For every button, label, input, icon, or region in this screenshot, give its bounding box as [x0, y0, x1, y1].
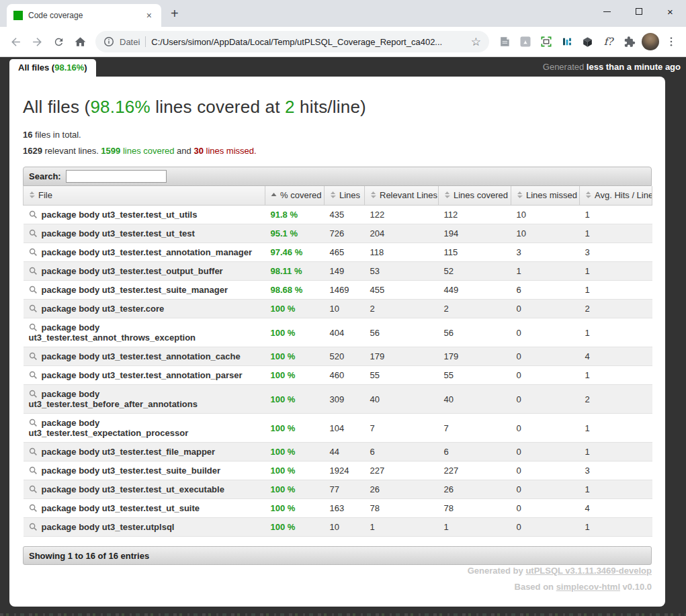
lines-value: 1469	[330, 285, 349, 295]
relevant-value: 78	[370, 503, 380, 513]
url-text[interactable]: C:/Users/simon/AppData/Local/Temp/utPLSQ…	[151, 37, 465, 47]
avg-cell: 3	[580, 243, 652, 262]
avg-cell: 1	[580, 262, 652, 281]
file-cell[interactable]: package body ut3_tester.test_annotation_…	[24, 347, 265, 366]
covered-text: lines covered	[120, 146, 174, 156]
lines-value: 460	[330, 370, 345, 380]
stats-bars-icon	[561, 36, 573, 48]
utplsql-link[interactable]: utPLSQL v3.1.11.3469-develop	[525, 566, 652, 576]
column-header-file[interactable]: File	[24, 186, 265, 206]
missed-value: 0	[517, 328, 521, 338]
file-cell[interactable]: package body ut3_tester.test_ut_test	[24, 224, 265, 243]
table-row[interactable]: package body ut3_tester.core 100 % 10 2 …	[24, 300, 652, 318]
table-row[interactable]: package body ut3_tester.test_ut_executab…	[24, 480, 652, 499]
column-header-avg-hits[interactable]: Avg. Hits / Line	[580, 186, 652, 206]
table-row[interactable]: package body ut3_tester.test_before_afte…	[24, 385, 652, 414]
footer-generated-line: Generated by utPLSQL v3.1.11.3469-develo…	[468, 563, 652, 580]
browser-tab[interactable]: Code coverage ×	[7, 4, 161, 27]
file-cell[interactable]: package body ut3_tester.test_file_mapper	[24, 443, 265, 461]
table-row[interactable]: package body ut3_tester.test_output_buff…	[24, 262, 652, 281]
table-row[interactable]: package body ut3_tester.test_file_mapper…	[24, 443, 652, 461]
table-row[interactable]: package body ut3_tester.test_annotation_…	[24, 366, 652, 385]
extension-screenshot-button[interactable]	[536, 32, 556, 52]
extension-stats-button[interactable]	[557, 32, 576, 52]
covered-value: 449	[444, 285, 459, 295]
table-row[interactable]: package body ut3_tester.test_annotation_…	[24, 347, 652, 366]
relevant-value: 7	[370, 423, 375, 433]
extension-cube-button[interactable]	[578, 32, 597, 52]
lines-cell: 10	[325, 518, 365, 537]
missed-value: 0	[517, 503, 521, 513]
based-on-label: Based on	[515, 582, 556, 592]
table-row[interactable]: package body ut3_tester.test_annotation_…	[24, 243, 652, 262]
file-cell[interactable]: package body ut3_tester.test_output_buff…	[24, 262, 265, 281]
file-cell[interactable]: package body ut3_tester.test_expectation…	[24, 414, 265, 443]
file-cell[interactable]: package body ut3_tester.test_ut_utils	[24, 206, 265, 224]
percent-cell: 100 %	[265, 366, 325, 385]
reload-button[interactable]	[48, 32, 69, 52]
avg-cell: 1	[580, 206, 652, 224]
extensions-puzzle-button[interactable]	[619, 32, 639, 52]
relevant-value: 118	[370, 247, 384, 257]
table-row[interactable]: package body ut3_tester.test_ut_test 95.…	[24, 224, 652, 243]
minimize-icon	[603, 11, 611, 12]
avg-cell: 1	[580, 224, 652, 243]
simplecov-link[interactable]: simplecov-html	[556, 582, 620, 592]
lines-cell: 104	[325, 414, 365, 443]
table-row[interactable]: package body ut3_tester.utplsql 100 % 10…	[24, 518, 652, 537]
avg-value: 1	[585, 484, 590, 494]
tab-close-icon[interactable]: ×	[144, 9, 155, 21]
file-cell[interactable]: package body ut3_tester.test_suite_manag…	[24, 281, 265, 300]
column-header-lines[interactable]: Lines	[325, 186, 365, 206]
all-files-tab[interactable]: All files (98.16%)	[9, 59, 96, 77]
file-cell[interactable]: package body ut3_tester.test_ut_suite	[24, 499, 265, 518]
extension-pdf-button[interactable]	[515, 32, 535, 52]
magnifier-icon	[29, 504, 38, 513]
column-header-missed[interactable]: Lines missed	[511, 186, 580, 206]
avg-value: 1	[585, 370, 590, 380]
file-cell[interactable]: package body ut3_tester.test_before_afte…	[24, 385, 265, 414]
bookmark-star-icon[interactable]: ☆	[471, 36, 481, 48]
magnifier-icon	[29, 210, 38, 219]
file-cell[interactable]: package body ut3_tester.test_annotation_…	[24, 243, 265, 262]
search-input[interactable]	[66, 170, 167, 183]
maximize-button[interactable]	[623, 0, 654, 23]
table-row[interactable]: package body ut3_tester.test_expectation…	[24, 414, 652, 443]
browser-menu-button[interactable]	[661, 32, 681, 52]
file-cell[interactable]: package body ut3_tester.utplsql	[24, 518, 265, 537]
table-row[interactable]: package body ut3_tester.test_ut_suite 10…	[24, 499, 652, 518]
extension-reader-button[interactable]	[495, 32, 514, 52]
puzzle-icon	[623, 36, 636, 48]
minimize-button[interactable]	[591, 0, 623, 23]
search-bar: Search:	[23, 167, 652, 186]
file-cell[interactable]: package body ut3_tester.test_ut_executab…	[24, 480, 265, 499]
file-cell[interactable]: package body ut3_tester.core	[24, 300, 265, 318]
forward-button[interactable]	[27, 32, 47, 52]
file-cell[interactable]: package body ut3_tester.test_annotation_…	[24, 366, 265, 385]
back-button[interactable]	[5, 32, 26, 52]
profile-button[interactable]	[640, 32, 660, 52]
file-cell[interactable]: package body ut3_tester.test_suite_build…	[24, 461, 265, 480]
lines-value: 726	[330, 228, 345, 238]
info-icon[interactable]	[103, 36, 114, 47]
sort-both-icon	[29, 191, 35, 201]
table-row[interactable]: package body ut3_tester.test_suite_manag…	[24, 281, 652, 300]
home-button[interactable]	[70, 32, 90, 52]
file-cell[interactable]: package body ut3_tester.test_annot_throw…	[24, 318, 265, 347]
avg-cell: 2	[580, 385, 652, 414]
address-bar[interactable]: Datei C:/Users/simon/AppData/Local/Temp/…	[95, 31, 489, 52]
file-name: package body ut3_tester.test_suite_manag…	[42, 285, 228, 295]
relevant-cell: 227	[365, 461, 439, 480]
missed-cell: 0	[511, 518, 580, 537]
column-header-percent[interactable]: % covered	[265, 186, 325, 206]
extension-font-button[interactable]: f?	[599, 32, 618, 52]
lines-value: 520	[330, 351, 345, 361]
column-header-relevant[interactable]: Relevant Lines	[365, 186, 439, 206]
table-row[interactable]: package body ut3_tester.test_annot_throw…	[24, 318, 652, 347]
all-files-tab-prefix: All files (	[18, 62, 54, 73]
new-tab-button[interactable]: +	[171, 7, 179, 20]
column-header-covered[interactable]: Lines covered	[439, 186, 511, 206]
table-row[interactable]: package body ut3_tester.test_ut_utils 91…	[24, 206, 652, 224]
table-row[interactable]: package body ut3_tester.test_suite_build…	[24, 461, 652, 480]
close-button[interactable]: ×	[654, 0, 686, 23]
